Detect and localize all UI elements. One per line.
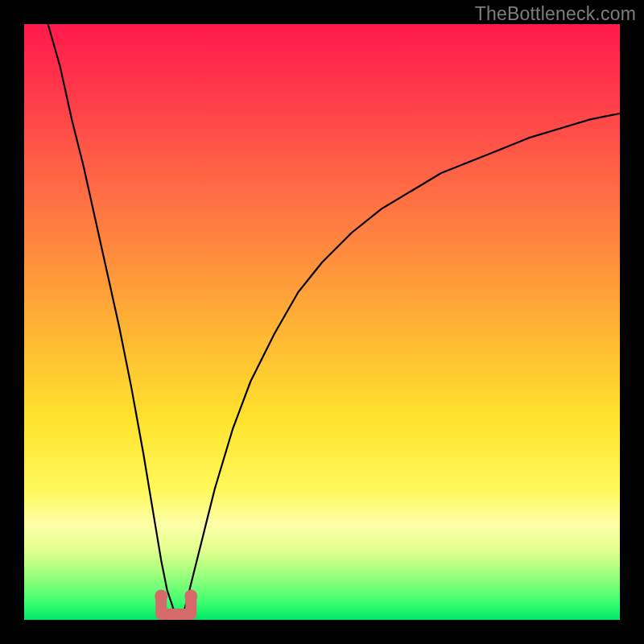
optimal-end-dot-right — [184, 589, 197, 602]
optimal-end-dot-left — [155, 589, 167, 602]
bottleneck-curve — [48, 24, 620, 620]
chart-plot-area — [24, 24, 620, 620]
watermark-label: TheBottleneck.com — [475, 3, 636, 25]
chart-frame: TheBottleneck.com — [0, 0, 644, 644]
chart-svg — [24, 24, 620, 620]
